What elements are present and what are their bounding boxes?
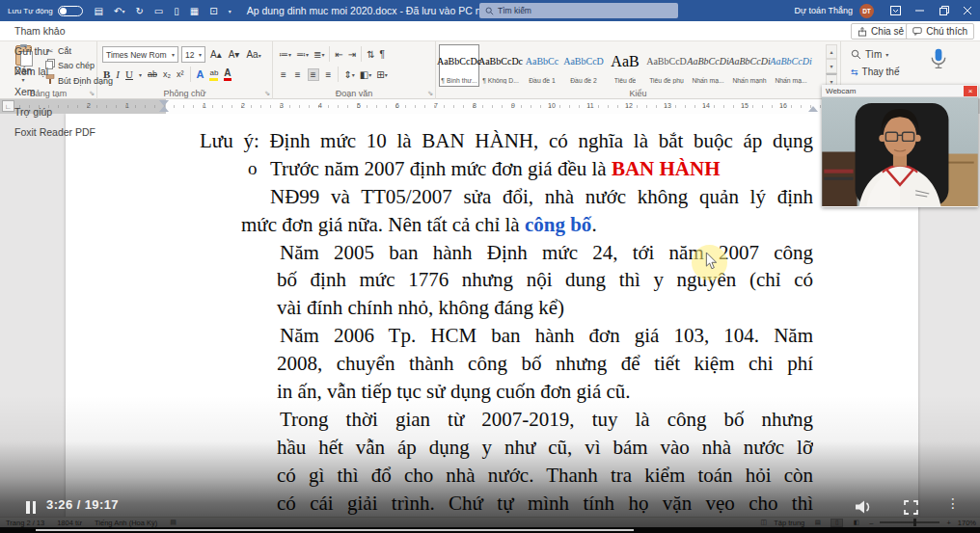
font-color-button[interactable]: A	[224, 68, 231, 81]
volume-button[interactable]	[855, 500, 872, 518]
zoom-slider-thumb[interactable]	[913, 519, 916, 526]
doc-line[interactable]: có gì thì đổ cho nhà nước. Thanh tra kiể…	[277, 462, 813, 490]
doc-line[interactable]: vài đính chính nhỏ, không đáng kể)	[277, 294, 813, 322]
find-button[interactable]: Tìm ▾	[851, 49, 888, 60]
style-card[interactable]: AaBbCcDĐầu đề 2	[563, 44, 604, 87]
tab-trợ-giúp[interactable]: Trợ giúp	[6, 102, 104, 122]
multilevel-list-button[interactable]: ≣▾	[313, 49, 324, 60]
justify-button[interactable]: ≡	[324, 69, 334, 80]
comments-button[interactable]: Chú thích	[906, 23, 974, 40]
search-input[interactable]: Tìm kiếm	[479, 3, 678, 18]
web-layout-button[interactable]: ◧	[850, 519, 862, 527]
text-effects-button[interactable]: A	[197, 68, 204, 80]
fullscreen-button[interactable]	[904, 500, 918, 519]
line-spacing-button[interactable]: ⇕▾	[343, 69, 354, 80]
borders-button[interactable]: ⊞▾	[376, 69, 387, 80]
tab-xem[interactable]: Xem	[6, 82, 104, 102]
decrease-indent-button[interactable]: ⇤	[335, 49, 342, 60]
doc-line[interactable]: có cái giải trình. Chứ tự mình tính họ v…	[277, 490, 813, 518]
focus-mode-button[interactable]: Tập trung	[774, 519, 804, 527]
new-doc-icon[interactable]: ▯	[174, 6, 179, 16]
save-icon[interactable]: ▤	[95, 6, 103, 16]
font-size-select[interactable]: 12▾	[181, 46, 205, 63]
open-icon[interactable]: ▭	[154, 6, 163, 16]
zoom-slider[interactable]	[880, 521, 939, 523]
gallery-up-button[interactable]: ▴	[826, 44, 837, 59]
doc-line[interactable]: 2008, chuyển thành công bố nhưng để tiết…	[277, 350, 813, 378]
doc-line[interactable]: mức đơn giá nữa. Nên tất cả chỉ là công …	[241, 211, 813, 239]
shading-button[interactable]: ◧▾	[360, 69, 371, 80]
zoom-in-button[interactable]: +	[946, 519, 950, 527]
zoom-level[interactable]: 170%	[958, 519, 976, 527]
bullets-button[interactable]: ≔▾	[279, 49, 291, 60]
webcam-close-button[interactable]: ×	[964, 86, 977, 96]
proofing-icon[interactable]: ▤	[170, 519, 177, 526]
autosave-toggle[interactable]	[58, 6, 83, 16]
subscript-button[interactable]: x₂	[163, 69, 171, 79]
font-dialog-launcher[interactable]: ⇘	[264, 90, 270, 97]
webcam-titlebar[interactable]: Webcam ×	[822, 85, 978, 97]
strikethrough-button[interactable]: ab	[148, 69, 157, 79]
underline-button[interactable]: U	[125, 68, 133, 80]
read-mode-button[interactable]: ▤	[811, 519, 824, 527]
highlight-color-button[interactable]: ab	[209, 68, 218, 81]
replace-button[interactable]: ⇆ Thay thế	[851, 67, 899, 77]
italic-button[interactable]: I	[116, 68, 120, 80]
doc-line[interactable]: hầu hết vẫn áp dụng y như cũ, vì bám vào…	[277, 434, 813, 462]
print-preview-icon[interactable]: ▦	[190, 6, 199, 16]
redo-icon[interactable]: ↻	[135, 6, 143, 16]
ribbon-display-options-button[interactable]	[884, 0, 908, 21]
style-card[interactable]: AaBbCcDc¶ Bình thư...	[439, 44, 479, 87]
doc-line[interactable]: oTrước năm 2007 định mức đơn giá đều là …	[270, 155, 813, 183]
minimize-button[interactable]	[908, 0, 932, 21]
doc-line[interactable]: bố định mức 1776 nhưng nội dung thì y ng…	[277, 266, 813, 294]
close-button[interactable]	[956, 0, 980, 21]
video-menu-button[interactable]: ⋮	[946, 495, 960, 511]
right-indent-marker[interactable]	[808, 106, 818, 112]
font-family-select[interactable]: Times New Rom▾	[102, 46, 178, 63]
dictate-button[interactable]	[930, 47, 947, 76]
bold-button[interactable]: B	[103, 68, 110, 80]
user-name[interactable]: Dự toán Thắng	[795, 6, 853, 15]
org-chart-icon[interactable]: ⊡	[209, 6, 217, 16]
pause-button[interactable]	[26, 501, 36, 514]
doc-line[interactable]: ▻Năm 2006 Tp. HCM ban hành đơn giá 103, …	[280, 322, 813, 350]
sort-button[interactable]: ⇅	[367, 49, 374, 60]
shrink-font-button[interactable]: A▾	[227, 48, 242, 61]
show-marks-button[interactable]: ¶	[380, 49, 385, 60]
language-indicator[interactable]: Tiếng Anh (Hoa Kỳ)	[95, 519, 157, 527]
superscript-button[interactable]: x²	[177, 69, 184, 79]
tab-xem-lại[interactable]: Xem lại	[6, 62, 104, 82]
word-count[interactable]: 1804 từ	[57, 519, 82, 527]
print-layout-button[interactable]: ▯	[830, 519, 843, 527]
customize-qat-icon[interactable]: ▾	[229, 8, 231, 14]
style-card[interactable]: AaBbCcDiNhấn mạ...	[771, 44, 811, 87]
align-left-button[interactable]: ≡	[279, 69, 288, 80]
increase-indent-button[interactable]: ⇥	[348, 49, 356, 60]
style-card[interactable]: AaBbCcDiNhấn mạnh	[729, 44, 770, 87]
doc-line[interactable]: -Lưu ý: Định mức 10 là BAN HÀNH, có nghĩ…	[200, 127, 813, 155]
numbering-button[interactable]: ≕▾	[296, 49, 309, 60]
undo-icon[interactable]: ↶▾	[114, 6, 124, 16]
gallery-down-button[interactable]: ▾	[826, 59, 837, 73]
grow-font-button[interactable]: A▴	[208, 48, 224, 61]
tab-gửi-thư[interactable]: Gửi thư	[6, 41, 104, 62]
paragraph-dialog-launcher[interactable]: ⇘	[427, 90, 433, 97]
page-indicator[interactable]: Trang 2 / 13	[6, 519, 44, 527]
zoom-out-button[interactable]: –	[869, 519, 873, 527]
tab-foxit-reader-pdf[interactable]: Foxit Reader PDF	[6, 122, 104, 143]
doc-line[interactable]: ▻Trong thời gian từ 2007-2019, tuy là cô…	[280, 406, 813, 434]
doc-line[interactable]: in ấn, vẫn tiếp tục sử dụng cuốn đơn giá…	[277, 378, 813, 406]
align-right-button[interactable]: ≡	[308, 68, 319, 81]
doc-line[interactable]: oNĐ99 và TT05/2007 sửa đổi, nhà nước khô…	[270, 183, 813, 211]
style-card[interactable]: AaBTiêu đề	[605, 44, 645, 87]
hanging-indent-marker[interactable]	[159, 106, 169, 112]
doc-line[interactable]: ▻Năm 2005 ban hành Định mức 24, tới năm …	[280, 239, 813, 267]
style-card[interactable]: AaBbCcDc¶ Không D...	[480, 44, 521, 87]
align-center-button[interactable]: ≡	[293, 69, 303, 80]
video-seek-bar[interactable]	[36, 529, 634, 531]
style-card[interactable]: AaBbCcĐầu đề 1	[522, 44, 562, 87]
change-case-button[interactable]: Aa▾	[244, 48, 262, 61]
style-card[interactable]: AaBbCcDTiêu đề phụ	[646, 44, 687, 87]
avatar[interactable]: DT	[859, 4, 874, 18]
